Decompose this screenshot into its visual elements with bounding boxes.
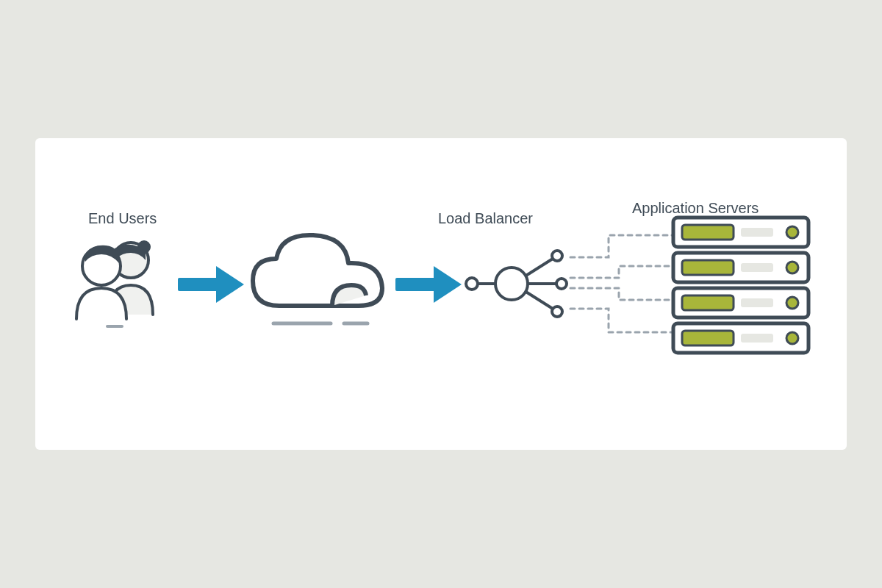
arrow-icon: [173, 262, 247, 306]
svg-rect-24: [682, 260, 734, 275]
svg-rect-4: [178, 278, 219, 291]
svg-rect-26: [741, 263, 773, 272]
svg-rect-20: [682, 225, 734, 240]
users-icon: [63, 228, 166, 331]
svg-point-16: [552, 251, 562, 261]
svg-line-13: [525, 291, 553, 309]
diagram-canvas: End Users Load Balancer Application Serv…: [35, 138, 847, 450]
svg-line-11: [525, 259, 553, 276]
svg-marker-5: [216, 266, 244, 303]
svg-point-29: [786, 297, 798, 309]
svg-rect-28: [682, 295, 734, 310]
load-balancer-icon: [459, 240, 569, 328]
svg-rect-34: [741, 334, 773, 343]
svg-point-15: [466, 278, 478, 290]
svg-rect-30: [741, 298, 773, 307]
svg-point-14: [495, 268, 528, 300]
svg-marker-9: [434, 266, 462, 303]
svg-point-25: [786, 262, 798, 273]
svg-rect-32: [682, 331, 734, 345]
svg-rect-8: [395, 278, 437, 291]
svg-point-33: [786, 332, 798, 344]
svg-point-18: [552, 306, 562, 317]
dashed-connector: [564, 212, 682, 373]
end-users-label: End Users: [88, 210, 157, 227]
arrow-icon: [391, 262, 465, 306]
cloud-icon: [244, 225, 391, 343]
load-balancer-label: Load Balancer: [438, 210, 533, 227]
svg-point-21: [786, 226, 798, 238]
svg-rect-22: [741, 228, 773, 237]
server-stack-icon: [667, 212, 814, 366]
